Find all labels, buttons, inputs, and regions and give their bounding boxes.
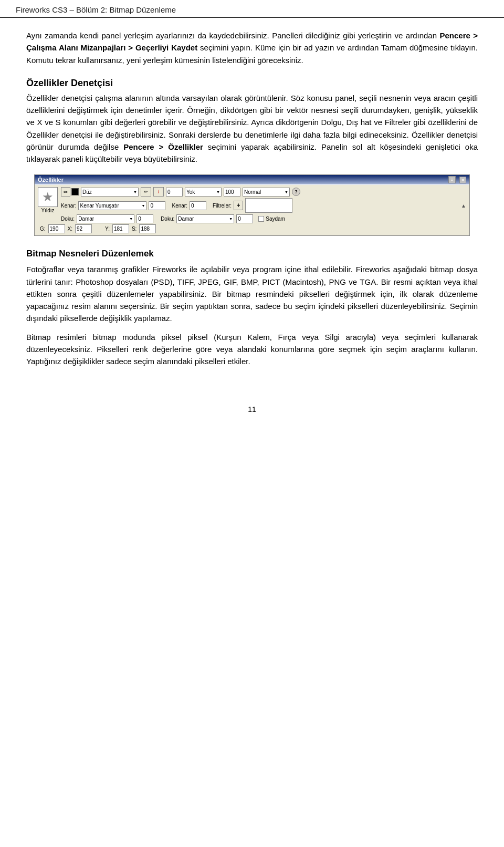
panel-close-button[interactable]: ×	[459, 177, 466, 183]
panel-titlebar-controls: ≡ ×	[448, 176, 466, 183]
s-label: S:	[132, 226, 136, 232]
stroke-icon2-button[interactable]: /	[153, 187, 164, 197]
blend-mode-dropdown[interactable]: Normal	[243, 188, 290, 197]
help-icon: ?	[295, 189, 298, 194]
stroke-value-text: 0	[167, 189, 171, 195]
opacity-input[interactable]: 100	[224, 188, 240, 197]
x-input[interactable]: 92	[75, 224, 92, 233]
fill-mode-label: Düz	[82, 189, 92, 195]
fill-mode-dropdown[interactable]: Düz	[81, 188, 139, 197]
blend-yok-label: Yok	[186, 189, 195, 195]
panel-controls-row2: Kenar: Kenar Yumuşatır 0 Kenar:	[61, 198, 466, 213]
pencil-icon: ✏	[64, 189, 68, 195]
panel-controls: ✏ Düz ✏	[61, 187, 466, 223]
doku-dropdown2[interactable]: Damar	[176, 214, 234, 223]
filters-box	[245, 198, 292, 213]
close-icon: ×	[461, 178, 464, 182]
doku-num2-text: 0	[238, 216, 241, 222]
paragraph-4: Bitmap resimleri bitmap modunda piksel p…	[26, 331, 478, 368]
y-label: Y:	[105, 226, 110, 232]
panel-controls-row1: ✏ Düz ✏	[61, 187, 466, 197]
panel-tool-icons: ✏	[61, 187, 79, 197]
section2-heading: Bitmap Nesneleri Düzenlemek	[26, 249, 478, 259]
stroke-value2-input[interactable]: 0	[149, 201, 165, 210]
pencil-icon-button[interactable]: ✏	[61, 187, 70, 197]
panel-titlebar-left: Özellikler	[38, 177, 64, 183]
blend-mode-label: Normal	[244, 189, 261, 195]
saydam-checkbox-area: Saydam	[258, 216, 285, 222]
stroke-icon: ✏	[144, 189, 148, 194]
saydam-label: Saydam	[266, 216, 285, 222]
blend-yok-dropdown[interactable]: Yok	[185, 188, 222, 197]
panel-object-section: ★ Yıldız	[38, 187, 58, 213]
y-value: 181	[114, 226, 123, 232]
main-content: Aynı zamanda kendi panel yerleşim ayarla…	[0, 18, 504, 395]
section1-heading: Özellikler Denetçisi	[26, 78, 478, 89]
page-number: 11	[0, 395, 504, 419]
stroke-value2-text: 0	[150, 203, 153, 209]
s-input[interactable]: 188	[139, 224, 156, 233]
panel-controls-row3: Doku: Damar 0 Doku: Damar	[61, 214, 466, 223]
color-swatch[interactable]	[71, 188, 79, 195]
doku-dropdown1[interactable]: Damar	[77, 214, 134, 223]
doku-value2: Damar	[178, 216, 194, 222]
doku-num1-input[interactable]: 0	[136, 214, 153, 223]
expand-icon[interactable]: ▲	[461, 203, 466, 209]
panel-coords-row: G: 190 X: 92 Y: 181 S: 188	[38, 224, 466, 233]
doku-value1: Damar	[78, 216, 94, 222]
g-label: G:	[40, 226, 46, 232]
x-label: X:	[68, 226, 72, 232]
doku-label2: Doku:	[161, 216, 174, 222]
star-icon: ★	[42, 190, 54, 204]
help-button[interactable]: ?	[292, 188, 300, 196]
page-container: Fireworks CS3 – Bölüm 2: Bitmap Düzenlem…	[0, 0, 504, 847]
stroke-kenar-text: 0	[191, 203, 194, 209]
y-input[interactable]: 181	[112, 224, 129, 233]
paragraph-1: Aynı zamanda kendi panel yerleşim ayarla…	[26, 29, 478, 66]
filters-label: Filtreler:	[213, 203, 232, 209]
panel-top-area: ★ Yıldız ✏	[38, 187, 466, 223]
x-value: 92	[77, 226, 82, 232]
paragraph-3: Fotoğraflar veya taranmış grafikler Fire…	[26, 263, 478, 324]
panel-title: Özellikler	[38, 177, 64, 183]
saydam-checkbox[interactable]	[258, 216, 264, 222]
doku-num2-input[interactable]: 0	[236, 214, 253, 223]
g-value: 190	[50, 226, 59, 232]
plus-icon: +	[237, 202, 240, 209]
doku-label1: Doku:	[61, 216, 75, 222]
panel-options-button[interactable]: ≡	[448, 176, 456, 183]
stroke-icon2: /	[158, 189, 160, 194]
filters-add-button[interactable]: +	[234, 201, 243, 210]
s-value: 188	[141, 226, 150, 232]
opacity-text: 100	[225, 189, 234, 195]
kenar-label: Kenar:	[61, 203, 76, 209]
options-icon: ≡	[451, 178, 454, 182]
panel-body: ★ Yıldız ✏	[35, 184, 469, 235]
stroke-type-label: Kenar Yumuşatır	[80, 203, 119, 209]
panel-object-name: Yıldız	[41, 208, 54, 213]
p2-bold: Pencere > Özellikler	[123, 142, 203, 151]
panel-star-preview: ★	[38, 187, 58, 207]
doku-num1-text: 0	[138, 216, 141, 222]
kenar-label2: Kenar:	[172, 203, 187, 209]
header-title: Fireworks CS3 – Bölüm 2: Bitmap Düzenlem…	[16, 5, 176, 14]
stroke-icon-button[interactable]: ✏	[141, 187, 151, 197]
paragraph-2: Özellikler denetçisi çalışma alanının al…	[26, 92, 478, 166]
page-header: Fireworks CS3 – Bölüm 2: Bitmap Düzenlem…	[0, 0, 504, 18]
p1-text-before: Aynı zamanda kendi panel yerleşim ayarla…	[26, 31, 439, 40]
g-input[interactable]: 190	[48, 224, 65, 233]
properties-panel: Özellikler ≡ ×	[34, 174, 470, 236]
stroke-value-input[interactable]: 0	[166, 188, 183, 197]
stroke-kenar-input[interactable]: 0	[190, 201, 206, 210]
stroke-type-dropdown[interactable]: Kenar Yumuşatır	[78, 201, 146, 210]
panel-titlebar: Özellikler ≡ ×	[35, 175, 469, 184]
